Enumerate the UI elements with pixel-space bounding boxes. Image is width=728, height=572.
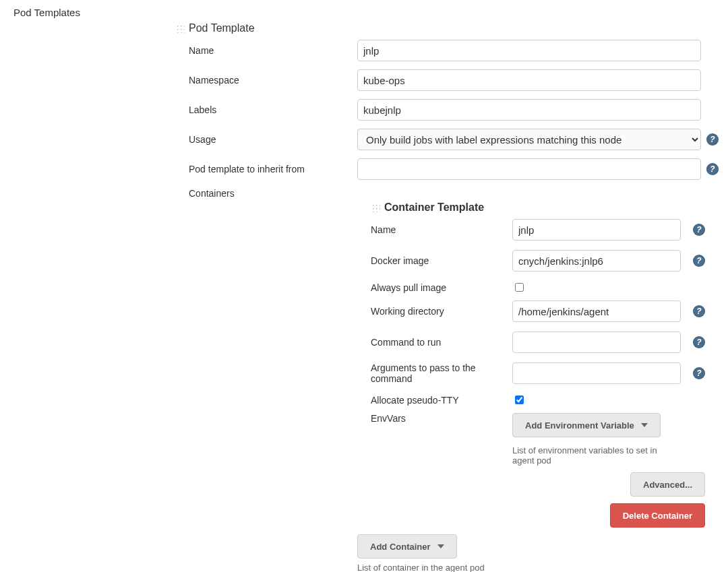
drag-handle-icon[interactable]	[175, 24, 185, 33]
label-containers: Containers	[189, 188, 357, 199]
label-container-envvars: EnvVars	[371, 413, 512, 424]
label-container-name: Name	[371, 224, 512, 235]
pod-labels-input[interactable]	[357, 99, 701, 121]
delete-container-button[interactable]: Delete Container	[610, 503, 705, 528]
button-label: Advanced...	[643, 480, 692, 490]
pod-namespace-input[interactable]	[357, 69, 701, 91]
arguments-input[interactable]	[512, 362, 681, 384]
label-name: Name	[189, 45, 357, 56]
pod-usage-select[interactable]: Only build jobs with label expressions m…	[357, 129, 701, 150]
label-namespace: Namespace	[189, 75, 357, 86]
command-input[interactable]	[512, 331, 681, 353]
label-arguments: Arguments to pass to the command	[371, 362, 512, 384]
container-docker-input[interactable]	[512, 250, 681, 272]
label-always-pull: Always pull image	[371, 282, 512, 293]
label-tty: Allocate pseudo-TTY	[371, 395, 512, 406]
label-docker-image: Docker image	[371, 255, 512, 266]
add-container-button[interactable]: Add Container	[357, 534, 457, 559]
always-pull-checkbox[interactable]	[515, 283, 524, 292]
button-label: Delete Container	[623, 511, 692, 521]
container-env-note: List of environment variables to set in …	[512, 445, 681, 466]
help-icon[interactable]: ?	[693, 336, 705, 348]
drag-handle-icon[interactable]	[371, 203, 380, 212]
label-inherit: Pod template to inherit from	[189, 164, 357, 174]
section-title: Pod Templates	[13, 7, 715, 18]
container-template-heading: Container Template	[384, 201, 484, 214]
pod-name-input[interactable]	[357, 40, 701, 61]
help-icon[interactable]: ?	[693, 367, 705, 379]
pod-template-heading: Pod Template	[189, 22, 255, 34]
advanced-button[interactable]: Advanced...	[630, 472, 705, 497]
label-workdir: Working directory	[371, 306, 512, 317]
help-icon[interactable]: ?	[693, 224, 705, 236]
containers-note: List of container in the agent pod	[357, 563, 715, 572]
label-usage: Usage	[189, 134, 357, 145]
chevron-down-icon	[641, 423, 648, 427]
pod-inherit-input[interactable]	[357, 158, 701, 180]
help-icon[interactable]: ?	[706, 133, 719, 146]
workdir-input[interactable]	[512, 300, 681, 322]
spacer	[706, 74, 719, 86]
help-icon[interactable]: ?	[706, 163, 719, 175]
tty-checkbox[interactable]	[515, 395, 524, 404]
spacer	[706, 104, 719, 116]
add-env-var-button[interactable]: Add Environment Variable	[512, 413, 661, 437]
spacer	[706, 44, 719, 57]
button-label: Add Environment Variable	[525, 420, 634, 431]
button-label: Add Container	[370, 542, 431, 552]
label-labels: Labels	[189, 104, 357, 115]
label-command: Command to run	[371, 337, 512, 348]
help-icon[interactable]: ?	[693, 305, 705, 317]
container-name-input[interactable]	[512, 219, 681, 241]
help-icon[interactable]: ?	[693, 255, 705, 267]
chevron-down-icon	[437, 544, 444, 548]
